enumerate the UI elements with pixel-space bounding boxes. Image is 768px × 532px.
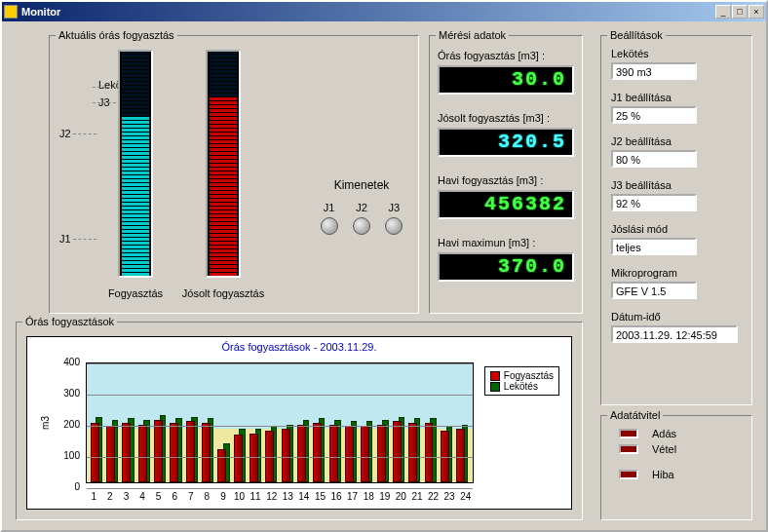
chart-bar-column: [343, 363, 359, 482]
output-j2-label: J2: [356, 202, 367, 213]
chart-bar-column: [248, 363, 263, 482]
chart-xtick: 18: [362, 491, 375, 502]
bar-consumption: [118, 50, 153, 278]
setting-label: J2 beállítása: [611, 135, 742, 147]
setting-label: J1 beállítása: [611, 92, 742, 103]
chart-bar-column: [216, 363, 232, 482]
chart-xtick: 15: [313, 491, 326, 502]
chart-xtick: 2: [103, 491, 117, 502]
group-title: Aktuális órás fogyasztás: [56, 29, 177, 41]
chart-xtick: 21: [410, 491, 424, 502]
meas-item: Jósolt fogyasztás [m3] :320.5: [438, 112, 574, 157]
titlebar: Monitor _ □ ×: [2, 2, 766, 21]
maximize-button[interactable]: □: [732, 5, 748, 19]
meas-label: Jósolt fogyasztás [m3] :: [438, 112, 574, 124]
meas-value-display: 370.0: [438, 252, 574, 282]
chart-bar-column: [184, 363, 200, 482]
setting-field[interactable]: teljes: [611, 238, 697, 255]
chart-bar-column: [439, 363, 454, 482]
setting-item: Jóslási módteljes: [611, 223, 742, 255]
meas-item: Havi maximun [m3] :370.0: [438, 237, 574, 282]
data-row-vetel: Vétel: [619, 443, 734, 455]
bar-predicted-label: Jósolt fogyasztás: [178, 287, 268, 299]
chart-bar-column: [169, 363, 184, 482]
chart-ytick: 200: [57, 419, 80, 430]
app-window: Monitor _ □ × Aktuális órás fogyasztás L…: [0, 0, 768, 532]
chart-xtick: 14: [297, 491, 311, 502]
setting-item: Lekötés390 m3: [611, 48, 742, 80]
led-hiba: [619, 470, 638, 479]
group-title: Adatátvitel: [607, 409, 663, 421]
close-button[interactable]: ×: [749, 5, 764, 19]
setting-field[interactable]: 80 %: [611, 150, 697, 168]
group-hourly: Órás fogyasztások Órás fogyasztások - 20…: [16, 322, 583, 520]
chart-xtick: 23: [442, 491, 456, 502]
chart-bar-column: [89, 363, 104, 482]
group-data-transfer: Adatátvitel Adás Vétel Hiba: [600, 415, 752, 520]
scale-j2: J2: [59, 128, 71, 139]
chart-xtick: 10: [233, 491, 247, 502]
chart-bar-column: [232, 363, 248, 482]
chart-xtick: 3: [119, 491, 133, 502]
group-measurement: Mérési adatok Órás fogyasztás [m3] :30.0…: [429, 35, 583, 314]
chart-xtick: 4: [135, 491, 149, 502]
window-title: Monitor: [21, 6, 715, 18]
bar-consumption-label: Fogyasztás: [100, 287, 171, 299]
app-icon: [4, 5, 18, 19]
chart-xtick: 9: [216, 491, 230, 502]
chart-xtick: 8: [200, 491, 213, 502]
chart-ytick: 400: [57, 357, 80, 367]
meas-value-display: 30.0: [438, 65, 574, 95]
chart-xtick: 24: [459, 491, 473, 502]
chart-xtick: 17: [346, 491, 360, 502]
hourly-chart: Órás fogyasztások - 2003.11.29. m3 Fogya…: [26, 336, 572, 510]
chart-plot-area: [86, 362, 474, 483]
setting-item: J2 beállítása80 %: [611, 135, 742, 168]
meas-label: Órás fogyasztás [m3] :: [438, 50, 574, 61]
label-vetel: Vétel: [652, 443, 676, 455]
setting-field[interactable]: 2003.11.29. 12:45:59: [611, 325, 738, 343]
meas-label: Havi fogyasztás [m3] :: [438, 174, 574, 186]
minimize-button[interactable]: _: [715, 5, 731, 19]
setting-item: Dátum-idő2003.11.29. 12:45:59: [611, 311, 742, 343]
setting-label: Lekötés: [611, 48, 742, 59]
setting-field[interactable]: 25 %: [611, 106, 697, 124]
meas-item: Havi fogyasztás [m3] :456382: [438, 174, 574, 219]
setting-item: MikroprogramGFE V 1.5: [611, 267, 742, 299]
bar-predicted: [206, 50, 241, 278]
chart-bar-column: [121, 363, 136, 482]
meas-label: Havi maximun [m3] :: [438, 237, 574, 248]
chart-ytick: 300: [57, 388, 80, 399]
chart-xtick: 6: [168, 491, 181, 502]
chart-bar-column: [423, 363, 439, 482]
setting-label: J3 beállítása: [611, 179, 742, 191]
chart-bar-column: [152, 363, 168, 482]
setting-item: J3 beállítása92 %: [611, 179, 742, 211]
group-title: Órás fogyasztások: [22, 316, 117, 327]
setting-field[interactable]: GFE V 1.5: [611, 282, 697, 299]
meas-value-display: 320.5: [438, 128, 574, 157]
setting-field[interactable]: 390 m3: [611, 62, 697, 80]
chart-xtick: 1: [87, 491, 100, 502]
setting-label: Mikroprogram: [611, 267, 742, 279]
chart-ytick: 0: [57, 481, 80, 492]
chart-bar-column: [391, 363, 406, 482]
scale-j1: J1: [59, 233, 71, 245]
legend-swatch-b: [490, 382, 500, 392]
setting-field[interactable]: 92 %: [611, 194, 697, 211]
data-row-hiba: Hiba: [619, 469, 734, 480]
group-current-consumption: Aktuális órás fogyasztás Lekötés J3 J2 J…: [49, 35, 419, 314]
setting-label: Dátum-idő: [611, 311, 742, 323]
group-title: Beállítások: [607, 29, 666, 41]
chart-bar-column: [264, 363, 280, 482]
meas-value-display: 456382: [438, 190, 574, 219]
chart-bar-column: [327, 363, 343, 482]
chart-bar-column: [360, 363, 375, 482]
chart-title: Órás fogyasztások - 2003.11.29.: [27, 341, 571, 353]
label-adas: Adás: [652, 428, 676, 439]
legend-swatch-a: [490, 371, 500, 381]
chart-bar-column: [136, 363, 152, 482]
chart-bar-column: [375, 363, 391, 482]
output-j1-label: J1: [324, 202, 335, 213]
chart-xtick: 16: [329, 491, 343, 502]
